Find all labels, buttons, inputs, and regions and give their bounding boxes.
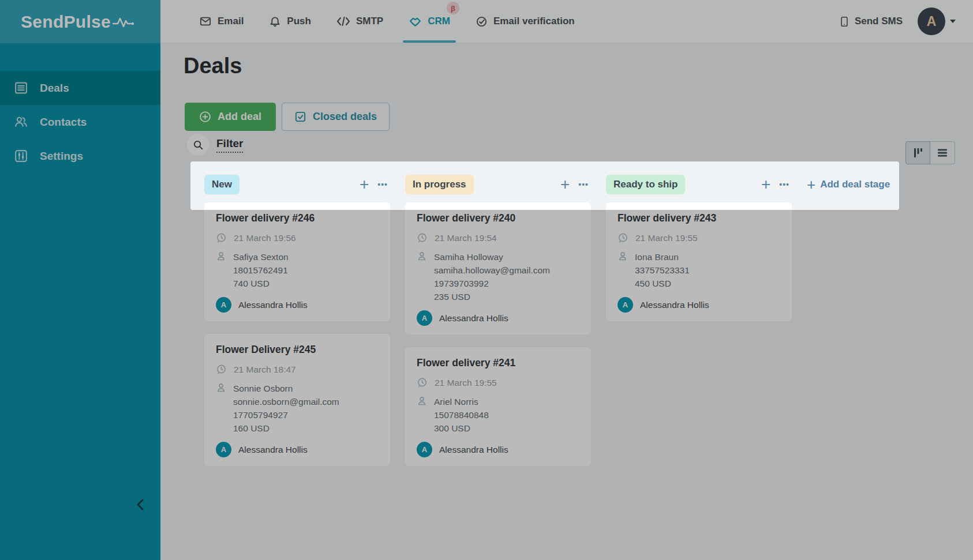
sidebar-item-deals-label: Deals xyxy=(40,82,69,95)
sidebar: SendPulse Deals Contacts Settings xyxy=(0,0,160,560)
clock-icon xyxy=(417,377,428,388)
deal-amount: 300 USD xyxy=(434,422,489,435)
clock-icon xyxy=(618,232,628,243)
stage-menu-button[interactable] xyxy=(578,180,589,189)
list-view-icon xyxy=(936,146,949,159)
person-icon xyxy=(216,251,226,261)
deal-amount: 450 USD xyxy=(635,277,690,290)
person-icon xyxy=(417,396,427,406)
actions-row: Add deal Closed deals xyxy=(185,103,390,131)
search-button[interactable] xyxy=(187,134,209,156)
user-avatar[interactable]: A xyxy=(918,7,945,35)
checkbox-icon xyxy=(294,111,306,123)
deal-title: Flower delivery #246 xyxy=(216,212,379,224)
view-toggle xyxy=(905,141,955,164)
phone-icon xyxy=(839,15,849,28)
topbar-right-group: Send SMS A xyxy=(839,7,956,35)
search-icon xyxy=(193,140,204,151)
contact-email: sonnie.osborn@gmail.com xyxy=(233,395,339,408)
send-sms-button[interactable]: Send SMS xyxy=(839,15,903,28)
deal-card[interactable]: Flower delivery #243 21 March 19:55 Iona… xyxy=(606,202,792,321)
sidebar-nav: Deals Contacts Settings xyxy=(0,71,160,173)
stage-menu-button[interactable] xyxy=(377,180,388,189)
deal-owner-row: A Alessandra Hollis xyxy=(618,297,780,313)
add-deal-to-stage-button[interactable] xyxy=(761,179,770,190)
owner-avatar: A xyxy=(216,297,231,313)
tab-email-label: Email xyxy=(218,16,244,27)
tab-email-verification[interactable]: Email verification xyxy=(476,0,575,43)
stage-menu-button[interactable] xyxy=(779,180,789,189)
add-deal-stage-button[interactable]: Add deal stage xyxy=(807,175,890,194)
person-icon xyxy=(417,251,427,261)
tab-email[interactable]: Email xyxy=(199,0,244,43)
stage-column-in-progress: In progress Flower delivery #240 21 Marc… xyxy=(405,175,591,479)
plus-circle-icon xyxy=(199,111,211,123)
deal-contact-row: Iona Braun 33757523331 450 USD xyxy=(618,250,780,290)
closed-deals-label: Closed deals xyxy=(313,111,377,123)
tab-smtp-label: SMTP xyxy=(356,16,383,27)
board-view-icon xyxy=(912,146,925,159)
tab-push[interactable]: Push xyxy=(269,0,311,43)
filter-row: Filter xyxy=(187,134,243,156)
deal-date: 21 March 19:55 xyxy=(635,232,698,243)
contact-phone: 15078840848 xyxy=(434,408,489,422)
tab-smtp[interactable]: SMTP xyxy=(336,0,383,43)
deal-title: Flower delivery #241 xyxy=(417,357,579,369)
list-view-button[interactable] xyxy=(930,141,955,164)
deal-contact-info: Safiya Sexton 18015762491 740 USD xyxy=(233,250,289,290)
contact-email: samiha.holloway@gmail.com xyxy=(434,264,550,277)
closed-deals-button[interactable]: Closed deals xyxy=(282,103,390,131)
sidebar-item-deals[interactable]: Deals xyxy=(0,71,160,105)
bell-icon xyxy=(269,16,281,28)
deal-owner-row: A Alessandra Hollis xyxy=(417,310,579,326)
stage-actions xyxy=(360,179,390,190)
sendpulse-logo[interactable]: SendPulse xyxy=(0,0,160,43)
contact-phone: 33757523331 xyxy=(635,264,690,277)
add-deal-to-stage-button[interactable] xyxy=(560,179,570,190)
filter-label[interactable]: Filter xyxy=(216,137,243,153)
handshake-icon xyxy=(409,16,422,27)
deal-contact-info: Sonnie Osborn sonnie.osborn@gmail.com 17… xyxy=(233,382,339,435)
send-sms-label: Send SMS xyxy=(855,16,903,27)
deal-card[interactable]: Flower Delivery #245 21 March 18:47 Sonn… xyxy=(204,334,390,466)
stage-header: New xyxy=(204,175,390,194)
stage-actions xyxy=(560,179,591,190)
clock-icon xyxy=(216,232,227,243)
pulse-icon xyxy=(112,14,137,29)
owner-avatar: A xyxy=(417,442,432,457)
deal-owner-row: A Alessandra Hollis xyxy=(216,297,379,313)
board-view-button[interactable] xyxy=(905,141,930,164)
code-icon xyxy=(336,16,350,27)
deal-contact-info: Samiha Holloway samiha.holloway@gmail.co… xyxy=(434,250,550,303)
deal-date-row: 21 March 18:47 xyxy=(216,363,379,375)
deal-title: Flower Delivery #245 xyxy=(216,344,379,356)
settings-icon xyxy=(14,149,28,163)
deal-date: 21 March 19:56 xyxy=(234,232,296,243)
deal-card[interactable]: Flower delivery #240 21 March 19:54 Sami… xyxy=(405,202,591,335)
deal-date: 21 March 19:54 xyxy=(435,232,497,243)
add-deal-button[interactable]: Add deal xyxy=(185,103,276,131)
deal-card[interactable]: Flower delivery #246 21 March 19:56 Safi… xyxy=(204,202,390,321)
sidebar-item-contacts-label: Contacts xyxy=(40,116,87,129)
main-content: Deals Add deal Closed deals Filter xyxy=(160,43,973,560)
sidebar-collapse-button[interactable] xyxy=(136,498,144,514)
owner-avatar: A xyxy=(216,442,231,457)
owner-name: Alessandra Hollis xyxy=(238,300,308,310)
add-deal-to-stage-button[interactable] xyxy=(360,179,369,190)
deal-title: Flower delivery #243 xyxy=(618,212,780,224)
deal-card[interactable]: Flower delivery #241 21 March 19:55 Arie… xyxy=(405,347,591,466)
chevron-left-icon xyxy=(136,498,144,512)
sidebar-item-settings[interactable]: Settings xyxy=(0,139,160,173)
contact-phone: 19739703992 xyxy=(434,277,550,290)
contact-phone: 17705794927 xyxy=(233,408,339,422)
tab-push-label: Push xyxy=(287,16,311,27)
deals-board: New Flower delivery #246 21 March 19:56 xyxy=(204,175,890,479)
tab-crm[interactable]: CRM β xyxy=(409,0,450,43)
account-menu[interactable]: A xyxy=(918,7,956,35)
deal-contact-info: Iona Braun 33757523331 450 USD xyxy=(635,250,690,290)
tab-email-verification-label: Email verification xyxy=(493,16,575,27)
sidebar-item-contacts[interactable]: Contacts xyxy=(0,105,160,139)
stage-header: Ready to ship xyxy=(606,175,792,194)
contact-phone: 18015762491 xyxy=(233,264,289,277)
contacts-icon xyxy=(14,115,28,129)
